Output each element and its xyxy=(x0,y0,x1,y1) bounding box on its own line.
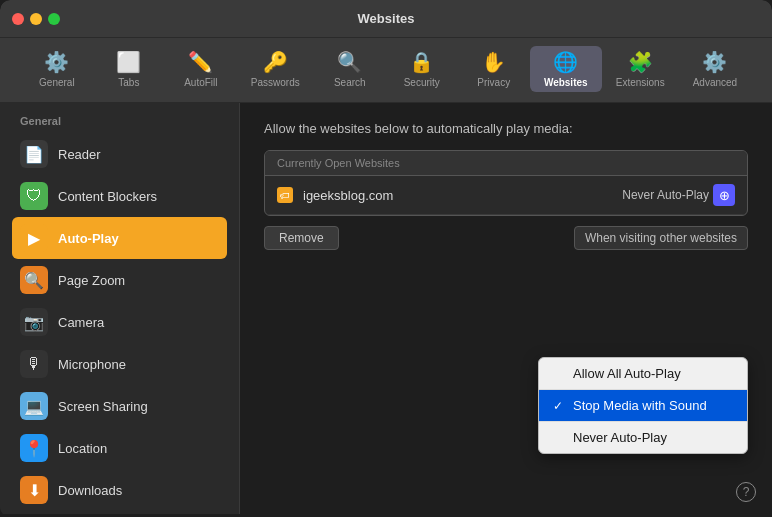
dropdown-option-never-auto[interactable]: Never Auto-Play xyxy=(539,422,747,453)
auto-play-icon: ▶ xyxy=(20,224,48,252)
content-blockers-icon: 🛡 xyxy=(20,182,48,210)
remove-button[interactable]: Remove xyxy=(264,226,339,250)
right-panel: Allow the websites below to automaticall… xyxy=(240,103,772,514)
downloads-label: Downloads xyxy=(58,483,122,498)
location-label: Location xyxy=(58,441,107,456)
toolbar-item-search[interactable]: 🔍 Search xyxy=(314,46,386,92)
toolbar-item-autofill[interactable]: ✏️ AutoFill xyxy=(165,46,237,92)
window-title: Websites xyxy=(358,11,415,26)
dropdown-menu: Allow All Auto-Play ✓ Stop Media with So… xyxy=(538,357,748,454)
site-name: igeeksblog.com xyxy=(303,188,612,203)
downloads-icon: ⬇ xyxy=(20,476,48,504)
general-icon: ⚙️ xyxy=(44,50,69,74)
title-bar: Websites xyxy=(0,0,772,38)
dropdown-chevron-button[interactable]: ⊕ xyxy=(713,184,735,206)
advanced-icon: ⚙️ xyxy=(702,50,727,74)
site-setting: Never Auto-Play xyxy=(622,188,709,202)
search-icon: 🔍 xyxy=(337,50,362,74)
help-button[interactable]: ? xyxy=(736,482,756,502)
sidebar-item-screen-sharing[interactable]: 💻 Screen Sharing xyxy=(12,385,227,427)
privacy-label: Privacy xyxy=(477,77,510,88)
bottom-row: Remove When visiting other websites xyxy=(264,226,748,250)
toolbar-item-security[interactable]: 🔒 Security xyxy=(386,46,458,92)
advanced-label: Advanced xyxy=(693,77,737,88)
screen-sharing-icon: 💻 xyxy=(20,392,48,420)
security-icon: 🔒 xyxy=(409,50,434,74)
websites-label: Websites xyxy=(544,77,588,88)
table-row: 🏷 igeeksblog.com Never Auto-Play ⊕ xyxy=(265,176,747,215)
passwords-icon: 🔑 xyxy=(263,50,288,74)
stop-media-checkmark: ✓ xyxy=(553,399,567,413)
dropdown-option-allow-all[interactable]: Allow All Auto-Play xyxy=(539,358,747,390)
toolbar-item-tabs[interactable]: ⬜ Tabs xyxy=(93,46,165,92)
sidebar-section-label: General xyxy=(12,115,239,133)
camera-label: Camera xyxy=(58,315,104,330)
dropdown-option-stop-media[interactable]: ✓ Stop Media with Sound xyxy=(539,390,747,422)
page-zoom-icon: 🔍 xyxy=(20,266,48,294)
extensions-icon: 🧩 xyxy=(628,50,653,74)
table-header: Currently Open Websites xyxy=(265,151,747,176)
microphone-icon: 🎙 xyxy=(20,350,48,378)
camera-icon: 📷 xyxy=(20,308,48,336)
toolbar-item-passwords[interactable]: 🔑 Passwords xyxy=(237,46,314,92)
other-sites-label: When visiting other websites xyxy=(574,226,748,250)
never-auto-label: Never Auto-Play xyxy=(573,430,667,445)
sidebar-item-reader[interactable]: 📄 Reader xyxy=(12,133,227,175)
sidebar-item-location[interactable]: 📍 Location xyxy=(12,427,227,469)
screen-sharing-label: Screen Sharing xyxy=(58,399,148,414)
site-dropdown: Never Auto-Play ⊕ xyxy=(622,184,735,206)
toolbar-item-general[interactable]: ⚙️ General xyxy=(21,46,93,92)
traffic-lights xyxy=(12,13,60,25)
website-table: Currently Open Websites 🏷 igeeksblog.com… xyxy=(264,150,748,216)
location-icon: 📍 xyxy=(20,434,48,462)
site-favicon: 🏷 xyxy=(277,187,293,203)
reader-label: Reader xyxy=(58,147,101,162)
sidebar: General 📄 Reader 🛡 Content Blockers ▶ Au… xyxy=(0,103,240,514)
page-zoom-label: Page Zoom xyxy=(58,273,125,288)
general-label: General xyxy=(39,77,75,88)
search-label: Search xyxy=(334,77,366,88)
tabs-label: Tabs xyxy=(118,77,139,88)
microphone-label: Microphone xyxy=(58,357,126,372)
toolbar-item-advanced[interactable]: ⚙️ Advanced xyxy=(679,46,751,92)
sidebar-item-auto-play[interactable]: ▶ Auto-Play xyxy=(12,217,227,259)
auto-play-label: Auto-Play xyxy=(58,231,119,246)
share-row: Share across devices xyxy=(12,511,239,517)
tabs-icon: ⬜ xyxy=(116,50,141,74)
privacy-icon: ✋ xyxy=(481,50,506,74)
extensions-label: Extensions xyxy=(616,77,665,88)
security-label: Security xyxy=(404,77,440,88)
toolbar: ⚙️ General ⬜ Tabs ✏️ AutoFill 🔑 Password… xyxy=(0,38,772,103)
toolbar-item-privacy[interactable]: ✋ Privacy xyxy=(458,46,530,92)
sidebar-item-camera[interactable]: 📷 Camera xyxy=(12,301,227,343)
content-blockers-label: Content Blockers xyxy=(58,189,157,204)
allow-all-label: Allow All Auto-Play xyxy=(573,366,681,381)
sidebar-item-page-zoom[interactable]: 🔍 Page Zoom xyxy=(12,259,227,301)
reader-icon: 📄 xyxy=(20,140,48,168)
toolbar-item-websites[interactable]: 🌐 Websites xyxy=(530,46,602,92)
maximize-button[interactable] xyxy=(48,13,60,25)
websites-icon: 🌐 xyxy=(553,50,578,74)
minimize-button[interactable] xyxy=(30,13,42,25)
passwords-label: Passwords xyxy=(251,77,300,88)
sidebar-item-downloads[interactable]: ⬇ Downloads xyxy=(12,469,227,511)
stop-media-label: Stop Media with Sound xyxy=(573,398,707,413)
panel-description: Allow the websites below to automaticall… xyxy=(264,121,748,136)
sidebar-item-content-blockers[interactable]: 🛡 Content Blockers xyxy=(12,175,227,217)
sidebar-item-microphone[interactable]: 🎙 Microphone xyxy=(12,343,227,385)
autofill-icon: ✏️ xyxy=(188,50,213,74)
autofill-label: AutoFill xyxy=(184,77,217,88)
main-content: General 📄 Reader 🛡 Content Blockers ▶ Au… xyxy=(0,103,772,514)
close-button[interactable] xyxy=(12,13,24,25)
toolbar-item-extensions[interactable]: 🧩 Extensions xyxy=(602,46,679,92)
